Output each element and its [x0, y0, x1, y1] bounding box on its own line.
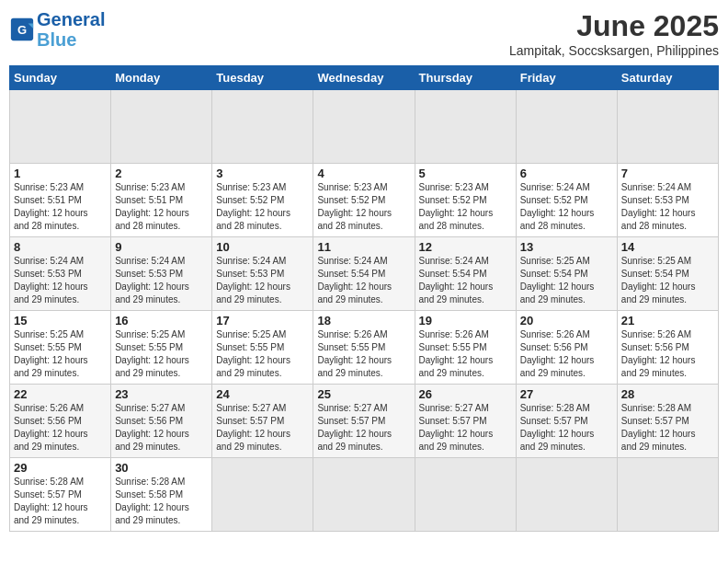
table-row: 18Sunrise: 5:26 AMSunset: 5:55 PMDayligh… [313, 311, 415, 385]
day-detail: Sunrise: 5:24 AMSunset: 5:53 PMDaylight:… [14, 255, 107, 306]
day-detail: Sunrise: 5:27 AMSunset: 5:57 PMDaylight:… [216, 402, 309, 454]
calendar-table: Sunday Monday Tuesday Wednesday Thursday… [9, 65, 719, 532]
table-row: 15Sunrise: 5:25 AMSunset: 5:55 PMDayligh… [10, 311, 111, 385]
day-number: 6 [520, 167, 613, 180]
table-row [617, 90, 718, 164]
table-row: 13Sunrise: 5:25 AMSunset: 5:54 PMDayligh… [516, 237, 617, 311]
table-row: 24Sunrise: 5:27 AMSunset: 5:57 PMDayligh… [212, 385, 313, 458]
day-number: 7 [621, 167, 714, 180]
day-detail: Sunrise: 5:27 AMSunset: 5:56 PMDaylight:… [115, 402, 208, 454]
table-row [313, 90, 415, 164]
day-detail: Sunrise: 5:28 AMSunset: 5:57 PMDaylight:… [14, 476, 107, 527]
day-number: 5 [419, 167, 512, 180]
table-row: 1Sunrise: 5:23 AMSunset: 5:51 PMDaylight… [10, 164, 111, 237]
calendar-title: June 2025 [509, 9, 719, 43]
table-row: 14Sunrise: 5:25 AMSunset: 5:54 PMDayligh… [617, 237, 718, 311]
calendar-week-row: 22Sunrise: 5:26 AMSunset: 5:56 PMDayligh… [10, 385, 719, 458]
day-detail: Sunrise: 5:23 AMSunset: 5:51 PMDaylight:… [14, 181, 107, 233]
table-row: 12Sunrise: 5:24 AMSunset: 5:54 PMDayligh… [415, 237, 516, 311]
day-number: 17 [216, 314, 309, 327]
day-detail: Sunrise: 5:24 AMSunset: 5:54 PMDaylight:… [317, 255, 410, 306]
table-row: 7Sunrise: 5:24 AMSunset: 5:53 PMDaylight… [617, 164, 718, 237]
table-row [415, 90, 516, 164]
table-row: 28Sunrise: 5:28 AMSunset: 5:57 PMDayligh… [617, 385, 718, 458]
table-row: 22Sunrise: 5:26 AMSunset: 5:56 PMDayligh… [10, 385, 111, 458]
table-row: 3Sunrise: 5:23 AMSunset: 5:52 PMDaylight… [212, 164, 313, 237]
table-row [212, 458, 313, 532]
logo-text: GeneralBlue [37, 9, 105, 50]
day-number: 25 [317, 387, 410, 401]
day-number: 2 [115, 167, 208, 180]
day-number: 3 [216, 167, 309, 180]
day-number: 29 [14, 461, 107, 475]
day-detail: Sunrise: 5:24 AMSunset: 5:54 PMDaylight:… [419, 255, 512, 306]
header-saturday: Saturday [617, 66, 718, 90]
calendar-subtitle: Lampitak, Soccsksargen, Philippines [509, 43, 719, 58]
day-number: 20 [520, 314, 613, 327]
day-detail: Sunrise: 5:27 AMSunset: 5:57 PMDaylight:… [419, 402, 512, 454]
svg-text:G: G [17, 23, 27, 37]
header-sunday: Sunday [10, 66, 111, 90]
logo: G GeneralBlue [9, 9, 105, 50]
day-detail: Sunrise: 5:23 AMSunset: 5:51 PMDaylight:… [115, 181, 208, 233]
table-row [617, 458, 718, 532]
day-detail: Sunrise: 5:26 AMSunset: 5:56 PMDaylight:… [520, 328, 613, 380]
day-detail: Sunrise: 5:24 AMSunset: 5:53 PMDaylight:… [115, 255, 208, 306]
day-detail: Sunrise: 5:28 AMSunset: 5:58 PMDaylight:… [115, 476, 208, 527]
day-number: 19 [419, 314, 512, 327]
table-row [212, 90, 313, 164]
day-detail: Sunrise: 5:26 AMSunset: 5:55 PMDaylight:… [419, 328, 512, 380]
day-number: 30 [115, 461, 208, 475]
header-tuesday: Tuesday [212, 66, 313, 90]
day-number: 10 [216, 240, 309, 254]
table-row: 27Sunrise: 5:28 AMSunset: 5:57 PMDayligh… [516, 385, 617, 458]
day-number: 14 [621, 240, 714, 254]
calendar-week-row: 15Sunrise: 5:25 AMSunset: 5:55 PMDayligh… [10, 311, 719, 385]
table-row: 11Sunrise: 5:24 AMSunset: 5:54 PMDayligh… [313, 237, 415, 311]
table-row: 16Sunrise: 5:25 AMSunset: 5:55 PMDayligh… [111, 311, 212, 385]
header: G GeneralBlue June 2025 Lampitak, Soccsk… [9, 9, 719, 58]
table-row: 21Sunrise: 5:26 AMSunset: 5:56 PMDayligh… [617, 311, 718, 385]
header-monday: Monday [111, 66, 212, 90]
day-detail: Sunrise: 5:28 AMSunset: 5:57 PMDaylight:… [520, 402, 613, 454]
days-header-row: Sunday Monday Tuesday Wednesday Thursday… [10, 66, 719, 90]
day-detail: Sunrise: 5:25 AMSunset: 5:55 PMDaylight:… [115, 328, 208, 380]
table-row: 6Sunrise: 5:24 AMSunset: 5:52 PMDaylight… [516, 164, 617, 237]
day-number: 9 [115, 240, 208, 254]
table-row: 8Sunrise: 5:24 AMSunset: 5:53 PMDaylight… [10, 237, 111, 311]
day-number: 18 [317, 314, 410, 327]
day-detail: Sunrise: 5:23 AMSunset: 5:52 PMDaylight:… [317, 181, 410, 233]
day-number: 22 [14, 387, 107, 401]
calendar-week-row: 29Sunrise: 5:28 AMSunset: 5:57 PMDayligh… [10, 458, 719, 532]
day-number: 24 [216, 387, 309, 401]
header-wednesday: Wednesday [313, 66, 415, 90]
header-thursday: Thursday [415, 66, 516, 90]
day-detail: Sunrise: 5:26 AMSunset: 5:55 PMDaylight:… [317, 328, 410, 380]
table-row: 19Sunrise: 5:26 AMSunset: 5:55 PMDayligh… [415, 311, 516, 385]
table-row [111, 90, 212, 164]
day-detail: Sunrise: 5:26 AMSunset: 5:56 PMDaylight:… [14, 402, 107, 454]
day-detail: Sunrise: 5:24 AMSunset: 5:52 PMDaylight:… [520, 181, 613, 233]
table-row: 30Sunrise: 5:28 AMSunset: 5:58 PMDayligh… [111, 458, 212, 532]
table-row: 23Sunrise: 5:27 AMSunset: 5:56 PMDayligh… [111, 385, 212, 458]
day-detail: Sunrise: 5:23 AMSunset: 5:52 PMDaylight:… [419, 181, 512, 233]
table-row [415, 458, 516, 532]
table-row: 20Sunrise: 5:26 AMSunset: 5:56 PMDayligh… [516, 311, 617, 385]
table-row: 29Sunrise: 5:28 AMSunset: 5:57 PMDayligh… [10, 458, 111, 532]
day-number: 26 [419, 387, 512, 401]
table-row: 17Sunrise: 5:25 AMSunset: 5:55 PMDayligh… [212, 311, 313, 385]
day-number: 27 [520, 387, 613, 401]
table-row: 4Sunrise: 5:23 AMSunset: 5:52 PMDaylight… [313, 164, 415, 237]
logo-icon: G [9, 17, 35, 42]
day-number: 28 [621, 387, 714, 401]
day-detail: Sunrise: 5:25 AMSunset: 5:54 PMDaylight:… [520, 255, 613, 306]
day-number: 12 [419, 240, 512, 254]
calendar-week-row: 1Sunrise: 5:23 AMSunset: 5:51 PMDaylight… [10, 164, 719, 237]
day-number: 13 [520, 240, 613, 254]
table-row: 9Sunrise: 5:24 AMSunset: 5:53 PMDaylight… [111, 237, 212, 311]
day-detail: Sunrise: 5:25 AMSunset: 5:54 PMDaylight:… [621, 255, 714, 306]
day-detail: Sunrise: 5:25 AMSunset: 5:55 PMDaylight:… [216, 328, 309, 380]
table-row: 25Sunrise: 5:27 AMSunset: 5:57 PMDayligh… [313, 385, 415, 458]
day-detail: Sunrise: 5:24 AMSunset: 5:53 PMDaylight:… [216, 255, 309, 306]
day-number: 23 [115, 387, 208, 401]
